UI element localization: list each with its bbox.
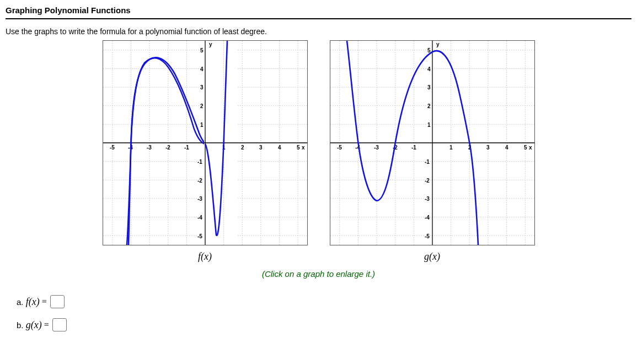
svg-text:4: 4 — [427, 66, 431, 72]
answer-a-fn: f(x) — [26, 296, 40, 308]
svg-text:-1: -1 — [425, 159, 430, 165]
graph-f[interactable]: y x 5 4 3 2 1 -1 -2 -3 -4 -5 -5 -4 -3 -2… — [103, 40, 308, 245]
svg-text:3: 3 — [486, 144, 490, 151]
svg-text:1: 1 — [449, 144, 453, 151]
graph-f-label: f(x) — [198, 251, 212, 263]
svg-text:5: 5 — [524, 144, 527, 151]
svg-text:y: y — [436, 41, 440, 47]
answer-a-letter: a. — [17, 297, 24, 307]
svg-text:1: 1 — [427, 122, 431, 128]
svg-text:2: 2 — [427, 103, 431, 109]
equals-sign: = — [42, 297, 47, 307]
instructions-text: Use the graphs to write the formula for … — [6, 27, 631, 36]
svg-text:-2: -2 — [425, 178, 430, 184]
svg-text:4: 4 — [505, 144, 508, 151]
svg-text:-3: -3 — [425, 196, 430, 202]
click-note: (Click on a graph to enlarge it.) — [6, 269, 631, 279]
answer-b-fn: g(x) — [26, 319, 42, 331]
answers-block: a. f(x) = b. g(x) = — [17, 295, 631, 331]
svg-text:-5: -5 — [337, 144, 342, 151]
svg-text:-5: -5 — [425, 233, 430, 239]
graphs-row: y x 5 4 3 2 1 -1 -2 -3 -4 -5 -5 -4 -3 -2… — [6, 40, 631, 263]
graph-block-f: y x 5 4 3 2 1 -1 -2 -3 -4 -5 -5 -4 -3 -2… — [103, 40, 308, 263]
graph-g[interactable]: y x 5 4 3 2 1 -1 -2 -3 -4 -5 -5 -4 -2 -3… — [330, 40, 535, 245]
equals-sign: = — [44, 320, 49, 330]
svg-text:3: 3 — [427, 84, 431, 90]
svg-text:y: y — [209, 41, 212, 47]
page-title: Graphing Polynomial Functions — [6, 6, 631, 19]
answer-b-letter: b. — [17, 320, 24, 330]
answer-line-b: b. g(x) = — [17, 318, 631, 331]
answer-a-input[interactable] — [50, 295, 65, 308]
svg-text:-1: -1 — [411, 144, 416, 151]
graph-g-label: g(x) — [424, 251, 440, 263]
graph-block-g: y x 5 4 3 2 1 -1 -2 -3 -4 -5 -5 -4 -2 -3… — [330, 40, 535, 263]
svg-text:x: x — [529, 144, 532, 151]
svg-text:-4: -4 — [425, 215, 430, 221]
answer-b-input[interactable] — [52, 318, 67, 331]
answer-line-a: a. f(x) = — [17, 295, 631, 308]
svg-text:-3: -3 — [374, 144, 379, 151]
